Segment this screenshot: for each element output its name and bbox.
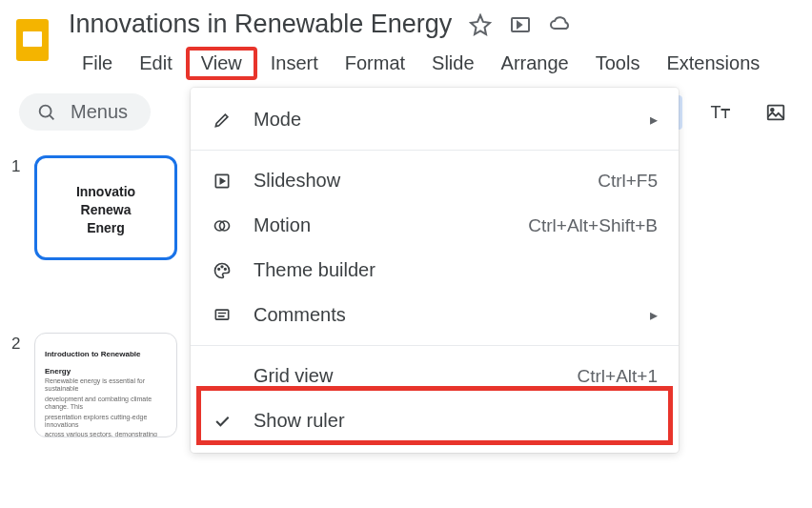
dd-comments[interactable]: Comments ▸ bbox=[191, 293, 679, 337]
chevron-right-icon: ▸ bbox=[650, 306, 658, 324]
menu-arrange[interactable]: Arrange bbox=[488, 47, 582, 80]
search-menus[interactable]: Menus bbox=[19, 93, 151, 131]
chevron-right-icon: ▸ bbox=[650, 111, 658, 129]
text-icon: Tᴛ bbox=[711, 102, 731, 123]
slides-logo[interactable] bbox=[13, 15, 51, 65]
dd-slideshow[interactable]: Slideshow Ctrl+F5 bbox=[191, 158, 679, 203]
move-icon[interactable] bbox=[509, 13, 532, 36]
circles-icon bbox=[212, 215, 233, 236]
thumb-index-2: 2 bbox=[11, 333, 25, 354]
check-icon bbox=[212, 411, 233, 432]
textbox-tool[interactable]: Tᴛ bbox=[703, 95, 738, 130]
doc-title[interactable]: Innovations in Renewable Energy bbox=[69, 10, 452, 39]
svg-point-18 bbox=[221, 266, 223, 268]
svg-rect-20 bbox=[215, 310, 228, 319]
play-box-icon bbox=[212, 171, 233, 192]
dd-mode[interactable]: Mode ▸ bbox=[191, 97, 679, 142]
slide-thumb-2[interactable]: Introduction to Renewable Energy Renewab… bbox=[34, 333, 177, 437]
dd-grid-view[interactable]: Grid view Ctrl+Alt+1 bbox=[191, 354, 679, 398]
svg-point-9 bbox=[771, 108, 774, 111]
slide-thumbnails: 1 InnovatioRenewaEnerg 2 Introduction to… bbox=[11, 155, 177, 495]
menu-tools[interactable]: Tools bbox=[582, 47, 654, 80]
menu-format[interactable]: Format bbox=[332, 47, 418, 80]
svg-point-19 bbox=[225, 268, 227, 270]
dd-motion[interactable]: Motion Ctrl+Alt+Shift+B bbox=[191, 203, 679, 248]
menu-slide[interactable]: Slide bbox=[418, 47, 487, 80]
star-icon[interactable] bbox=[469, 13, 492, 36]
menu-insert[interactable]: Insert bbox=[257, 47, 332, 80]
menu-file[interactable]: File bbox=[69, 47, 126, 80]
menu-extensions[interactable]: Extensions bbox=[653, 47, 773, 80]
menu-view[interactable]: View bbox=[186, 47, 257, 80]
image-icon bbox=[765, 102, 786, 123]
thumb-index-1: 1 bbox=[11, 155, 25, 176]
dd-separator bbox=[191, 345, 679, 346]
comment-icon bbox=[212, 305, 233, 326]
slide-thumb-1[interactable]: InnovatioRenewaEnerg bbox=[34, 155, 177, 260]
dd-theme-builder[interactable]: Theme builder bbox=[191, 248, 679, 293]
thumb1-title: InnovatioRenewaEnerg bbox=[47, 183, 165, 237]
pencil-icon bbox=[212, 110, 233, 131]
cloud-icon[interactable] bbox=[549, 13, 572, 36]
search-icon bbox=[36, 102, 57, 123]
image-tool[interactable] bbox=[759, 95, 793, 130]
view-dropdown: Mode ▸ Slideshow Ctrl+F5 Motion Ctrl+Alt… bbox=[191, 88, 679, 453]
dd-separator bbox=[191, 150, 679, 151]
menu-edit[interactable]: Edit bbox=[126, 47, 185, 80]
svg-point-7 bbox=[40, 105, 51, 116]
svg-point-17 bbox=[218, 268, 220, 270]
dd-show-ruler[interactable]: Show ruler bbox=[191, 398, 679, 443]
blank-icon bbox=[212, 366, 233, 387]
menubar: File Edit View Insert Format Slide Arran… bbox=[69, 47, 799, 80]
palette-icon bbox=[212, 260, 233, 281]
search-label: Menus bbox=[71, 101, 128, 123]
thumb2-heading: Introduction to Renewable Energy bbox=[45, 350, 140, 376]
